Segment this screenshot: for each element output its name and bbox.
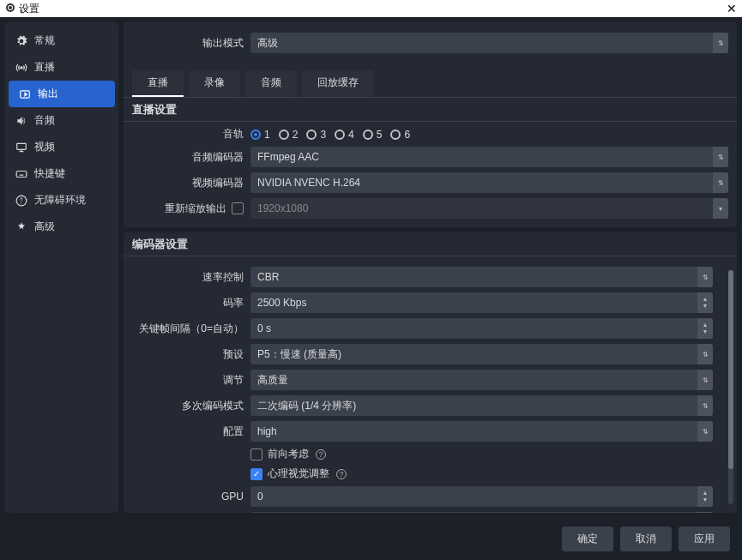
keyint-spinbox[interactable]: 0 s ▴▾ [250, 318, 713, 339]
help-icon[interactable]: ? [316, 449, 326, 460]
tab-audio[interactable]: 音频 [245, 70, 297, 97]
bitrate-label: 码率 [132, 296, 244, 310]
audio-encoder-label: 音频编码器 [132, 150, 244, 165]
preset-select[interactable]: P5：慢速 (质量高) ⇅ [250, 344, 713, 364]
dialog-footer: 确定 取消 应用 [0, 518, 742, 560]
speaker-icon [15, 115, 27, 127]
antenna-icon [15, 62, 27, 74]
spin-buttons[interactable]: ▴▾ [697, 318, 713, 339]
track-radio-4[interactable]: 4 [335, 129, 354, 141]
tuning-label: 调节 [132, 373, 244, 388]
apply-button[interactable]: 应用 [679, 527, 730, 551]
encoder-settings-title: 编码器设置 [124, 232, 737, 256]
multipass-select[interactable]: 二次编码 (1/4 分辨率) ⇅ [250, 395, 713, 416]
sidebar-item-output[interactable]: 输出 [9, 81, 115, 107]
titlebar: 设置 ✕ [0, 0, 742, 17]
track-radio-3[interactable]: 3 [306, 129, 326, 141]
output-mode-panel: 输出模式 高级 ⇅ 直播 录像 音频 回放缓存 直播设置 音轨 1 2 3 [124, 22, 737, 227]
chevron-updown-icon: ⇅ [697, 395, 713, 416]
help-icon[interactable]: ? [336, 469, 347, 479]
output-mode-label: 输出模式 [132, 36, 244, 51]
rate-control-label: 速率控制 [132, 270, 244, 285]
track-radio-6[interactable]: 6 [390, 129, 410, 141]
scrollbar-thumb[interactable] [728, 270, 733, 469]
audio-encoder-select[interactable]: FFmpeg AAC ⇅ [250, 147, 728, 167]
svg-rect-5 [17, 143, 27, 149]
sidebar-item-label: 常规 [34, 33, 55, 48]
keyint-label: 关键帧间隔（0=自动） [132, 322, 244, 336]
sidebar-item-label: 音频 [34, 113, 55, 128]
gpu-spinbox[interactable]: 0 ▴▾ [250, 486, 713, 507]
rescale-checkbox[interactable] [232, 202, 244, 214]
bitrate-spinbox[interactable]: 2500 Kbps ▴▾ [250, 292, 713, 313]
app-icon [5, 3, 15, 15]
svg-rect-6 [16, 171, 27, 177]
sidebar-item-accessibility[interactable]: 无障碍环境 [5, 187, 118, 214]
svg-point-2 [9, 6, 12, 9]
tuning-select[interactable]: 高质量 ⇅ [250, 370, 713, 390]
gear-icon [15, 35, 27, 47]
svg-point-8 [21, 197, 22, 199]
spin-buttons[interactable]: ▴▾ [697, 292, 713, 313]
preset-label: 预设 [132, 347, 244, 362]
psychovisual-checkbox[interactable]: ✓ 心理视觉调整 ? [250, 467, 347, 481]
cancel-button[interactable]: 取消 [620, 527, 672, 551]
stream-settings-title: 直播设置 [124, 97, 737, 122]
profile-label: 配置 [132, 425, 244, 439]
spin-buttons[interactable]: ▴▾ [697, 486, 713, 507]
chevron-updown-icon: ⇅ [697, 370, 713, 390]
track-label: 音轨 [132, 127, 244, 142]
output-mode-select[interactable]: 高级 ⇅ [250, 33, 728, 53]
scrollbar[interactable] [728, 270, 733, 504]
sidebar-item-video[interactable]: 视频 [5, 134, 118, 160]
chevron-updown-icon: ⇅ [697, 267, 713, 287]
sidebar-item-label: 直播 [34, 60, 55, 75]
output-tabs: 直播 录像 音频 回放缓存 [124, 62, 737, 97]
rescale-label: 重新缩放输出 [165, 202, 226, 216]
rescale-value-select: 1920x1080 ▾ [250, 198, 728, 219]
rate-control-select[interactable]: CBR ⇅ [250, 267, 713, 287]
sidebar-item-label: 输出 [38, 87, 58, 101]
chevron-updown-icon: ⇅ [697, 344, 713, 364]
accessibility-icon [15, 195, 27, 207]
svg-point-3 [21, 66, 22, 68]
track-radio-1[interactable]: 1 [250, 129, 270, 141]
chevron-updown-icon: ⇅ [713, 172, 728, 193]
video-encoder-label: 视频编码器 [132, 176, 244, 190]
tab-replaybuffer[interactable]: 回放缓存 [302, 70, 374, 97]
lookahead-checkbox[interactable]: 前向考虑 ? [250, 447, 326, 461]
sidebar-item-general[interactable]: 常规 [5, 27, 118, 54]
chevron-updown-icon: ⇅ [713, 147, 728, 167]
sidebar-item-label: 视频 [34, 140, 55, 154]
sidebar-item-label: 快捷键 [34, 166, 65, 181]
sidebar-item-stream[interactable]: 直播 [5, 54, 118, 81]
gpu-label: GPU [132, 491, 244, 503]
sidebar: 常规 直播 输出 音频 视频 快捷键 无障碍环境 高级 [5, 22, 118, 513]
encoder-settings-panel: 编码器设置 速率控制 CBR ⇅ 码率 2500 Kbps ▴▾ [124, 232, 737, 513]
track-radio-2[interactable]: 2 [279, 129, 299, 141]
video-encoder-select[interactable]: NVIDIA NVENC H.264 ⇅ [250, 172, 728, 193]
monitor-icon [15, 142, 27, 154]
window-title: 设置 [19, 2, 39, 16]
keyboard-icon [15, 168, 27, 180]
track-radio-group: 1 2 3 4 5 6 [250, 129, 728, 141]
output-mode-value: 高级 [257, 36, 278, 51]
multipass-label: 多次编码模式 [132, 399, 244, 413]
ok-button[interactable]: 确定 [562, 527, 613, 551]
track-radio-5[interactable]: 5 [363, 129, 383, 141]
chevron-updown-icon: ⇅ [713, 33, 728, 53]
close-icon[interactable]: ✕ [727, 2, 737, 15]
profile-select[interactable]: high ⇅ [250, 421, 713, 442]
max-bframes-spinbox[interactable]: 2 ▴▾ [250, 512, 713, 513]
output-icon [19, 88, 31, 100]
sidebar-item-audio[interactable]: 音频 [5, 107, 118, 134]
spin-buttons[interactable]: ▴▾ [697, 512, 713, 513]
sidebar-item-label: 高级 [34, 220, 55, 234]
chevron-updown-icon: ⇅ [697, 421, 713, 442]
sidebar-item-advanced[interactable]: 高级 [5, 214, 118, 240]
tab-stream[interactable]: 直播 [132, 70, 184, 97]
advanced-icon [15, 221, 27, 233]
tab-recording[interactable]: 录像 [189, 70, 240, 97]
sidebar-item-hotkeys[interactable]: 快捷键 [5, 160, 118, 187]
chevron-down-icon: ▾ [713, 198, 728, 219]
